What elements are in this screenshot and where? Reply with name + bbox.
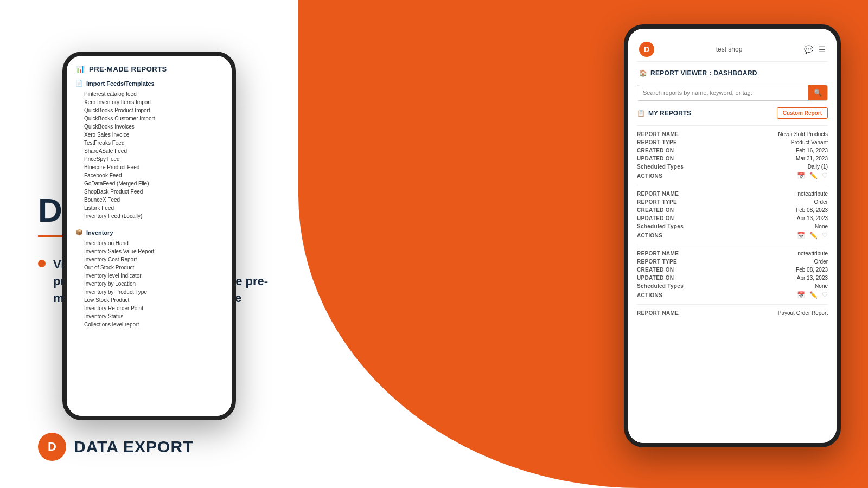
report-scheduled-row: Scheduled Types Daily (1)	[637, 163, 828, 171]
report-scheduled-row: Scheduled Types None	[637, 222, 828, 230]
list-item[interactable]: Inventory Feed (Locally)	[75, 212, 223, 220]
list-item[interactable]: PriceSpy Feed	[75, 155, 223, 163]
list-item[interactable]: Listark Feed	[75, 204, 223, 212]
list-item[interactable]: Bluecore Product Feed	[75, 163, 223, 171]
list-item[interactable]: Low Stock Product	[75, 296, 223, 304]
report-name-row: REPORT NAME Never Sold Products	[637, 130, 828, 138]
edit-icon[interactable]: ✏️	[809, 172, 818, 179]
list-item[interactable]: ShopBack Product Feed	[75, 188, 223, 196]
report-actions-row: ACTIONS 📅 ✏️ ♡	[637, 230, 828, 240]
premade-icon: 📊	[75, 65, 85, 73]
list-item[interactable]: Out of Stock Product	[75, 264, 223, 272]
subsection-inventory: 📦 Inventory Inventory on HandInventory S…	[75, 229, 223, 329]
search-input[interactable]	[637, 86, 808, 100]
list-item[interactable]: QuickBooks Product Import	[75, 106, 223, 114]
logo-text: DATA EXPORT	[74, 438, 193, 456]
list-item[interactable]: Inventory Re-order Point	[75, 304, 223, 312]
my-reports-label: 📋 MY REPORTS	[637, 110, 691, 117]
report-created-row: CREATED ON Feb 08, 2023	[637, 206, 828, 214]
logo-icon: D	[38, 433, 66, 461]
list-item[interactable]: Inventory Status	[75, 312, 223, 320]
report-name-row: REPORT NAME Payout Order Report	[637, 309, 828, 317]
report-scheduled-row: Scheduled Types None	[637, 282, 828, 290]
report-name-label: REPORT NAME	[637, 310, 679, 316]
report-card: REPORT NAME noteattribute REPORT TYPE Or…	[637, 245, 828, 304]
my-reports-text: MY REPORTS	[648, 110, 691, 117]
heart-icon[interactable]: ♡	[822, 172, 828, 179]
rv-logo-letter: D	[644, 45, 649, 54]
report-created-label: CREATED ON	[637, 147, 674, 153]
subsection-import-feeds-header: 📄 Import Feeds/Templates	[75, 80, 223, 87]
list-item[interactable]: Xero Inventory Items Import	[75, 98, 223, 106]
report-name-value: noteattribute	[797, 251, 828, 256]
report-name-value: noteattribute	[797, 191, 828, 197]
list-item[interactable]: Inventory Sales Value Report	[75, 247, 223, 255]
phone-right-content[interactable]: D test shop 💬 ☰ 🏠 REPORT VIEWER : DASHBO…	[628, 29, 837, 443]
search-bar[interactable]: 🔍	[637, 85, 828, 101]
bullet-dot	[38, 260, 46, 267]
report-name-value: Never Sold Products	[778, 131, 828, 137]
list-item[interactable]: Inventory Cost Report	[75, 255, 223, 264]
import-feeds-icon: 📄	[75, 80, 83, 87]
list-item[interactable]: Xero Sales Invoice	[75, 131, 223, 139]
heart-icon[interactable]: ♡	[822, 232, 828, 239]
report-created-row: CREATED ON Feb 16, 2023	[637, 146, 828, 155]
report-actions-icons: 📅 ✏️ ♡	[797, 291, 828, 299]
list-item[interactable]: TestFreaks Feed	[75, 139, 223, 147]
import-feeds-title: Import Feeds/Templates	[86, 80, 155, 87]
edit-icon[interactable]: ✏️	[809, 232, 818, 239]
logo-area: D DATA EXPORT	[38, 433, 193, 461]
report-type-value: Order	[814, 199, 828, 205]
edit-icon[interactable]: ✏️	[809, 291, 818, 299]
calendar-icon[interactable]: 📅	[797, 232, 805, 239]
list-item[interactable]: Inventory level Indicator	[75, 272, 223, 280]
search-button[interactable]: 🔍	[808, 85, 827, 100]
list-item[interactable]: QuickBooks Invoices	[75, 123, 223, 131]
list-item[interactable]: GoDataFeed (Merged File)	[75, 179, 223, 188]
custom-report-button[interactable]: Custom Report	[777, 107, 828, 119]
list-item[interactable]: BounceX Feed	[75, 196, 223, 204]
list-item[interactable]: Facebook Feed	[75, 171, 223, 179]
report-name-label: REPORT NAME	[637, 251, 679, 256]
message-icon[interactable]: 💬	[804, 45, 813, 54]
report-created-row: CREATED ON Feb 08, 2023	[637, 266, 828, 274]
phone-left-content[interactable]: 📊 PRE-MADE REPORTS 📄 Import Feeds/Templa…	[67, 56, 232, 416]
heart-icon[interactable]: ♡	[822, 291, 828, 299]
inventory-list: Inventory on HandInventory Sales Value R…	[75, 239, 223, 329]
report-scheduled-value: None	[815, 223, 828, 229]
report-scheduled-value: None	[815, 283, 828, 289]
report-type-label: REPORT TYPE	[637, 139, 677, 145]
report-name-label: REPORT NAME	[637, 191, 679, 197]
report-updated-row: UPDATED ON Apr 13, 2023	[637, 274, 828, 282]
phone-right: D test shop 💬 ☰ 🏠 REPORT VIEWER : DASHBO…	[624, 24, 841, 447]
list-item[interactable]: Inventory on Hand	[75, 239, 223, 247]
report-type-label: REPORT TYPE	[637, 259, 677, 265]
my-reports-header: 📋 MY REPORTS Custom Report	[637, 107, 828, 119]
calendar-icon[interactable]: 📅	[797, 172, 805, 179]
list-item[interactable]: ShareASale Feed	[75, 147, 223, 155]
report-created-label: CREATED ON	[637, 207, 674, 213]
list-item[interactable]: Collections level report	[75, 320, 223, 329]
report-created-value: Feb 08, 2023	[796, 267, 828, 273]
list-item[interactable]: Pinterest catalog feed	[75, 90, 223, 98]
list-item[interactable]: Inventory by Location	[75, 280, 223, 288]
report-actions-label: ACTIONS	[637, 173, 662, 179]
subsection-inventory-header: 📦 Inventory	[75, 229, 223, 236]
report-actions-row: ACTIONS 📅 ✏️ ♡	[637, 171, 828, 181]
reports-icon: 📋	[637, 110, 645, 117]
inventory-title: Inventory	[86, 229, 113, 236]
report-updated-value: Apr 13, 2023	[797, 275, 828, 281]
report-type-value: Product Variant	[791, 139, 828, 145]
premade-title: PRE-MADE REPORTS	[89, 65, 167, 73]
report-card: REPORT NAME Payout Order Report	[637, 304, 828, 322]
report-created-value: Feb 08, 2023	[796, 207, 828, 213]
report-actions-icons: 📅 ✏️ ♡	[797, 172, 828, 179]
list-item[interactable]: QuickBooks Customer Import	[75, 114, 223, 123]
calendar-icon[interactable]: 📅	[797, 291, 805, 299]
menu-icon[interactable]: ☰	[819, 45, 826, 54]
list-item[interactable]: Inventory by Product Type	[75, 288, 223, 296]
report-created-label: CREATED ON	[637, 267, 674, 273]
report-updated-value: Apr 13, 2023	[797, 215, 828, 221]
breadcrumb: 🏠 REPORT VIEWER : DASHBOARD	[637, 66, 828, 80]
report-actions-label: ACTIONS	[637, 233, 662, 239]
